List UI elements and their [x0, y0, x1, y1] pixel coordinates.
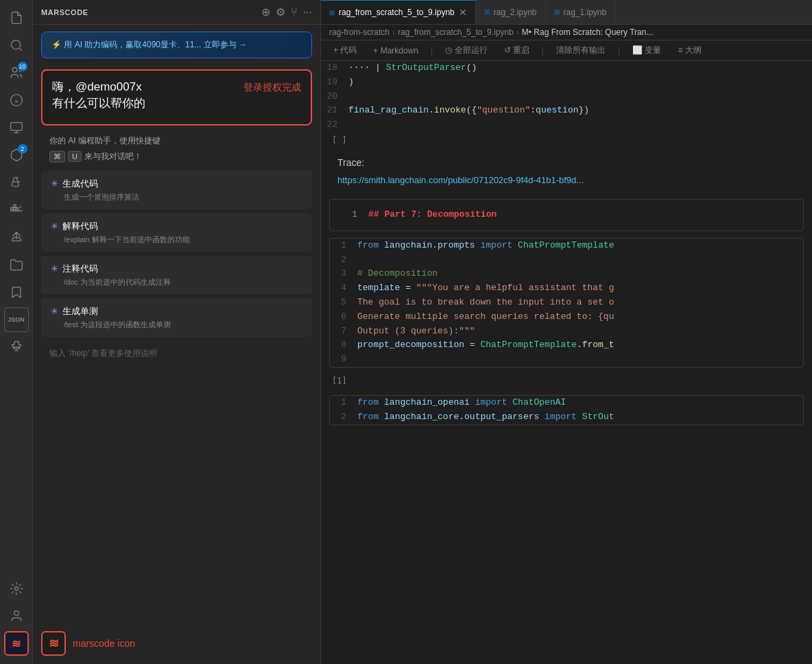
- tab-icon-0: ⊞: [329, 9, 335, 16]
- code-mid-2: 2: [330, 253, 803, 268]
- trace-label: Trace:: [321, 147, 812, 172]
- svg-point-14: [14, 611, 19, 616]
- ai-users-icon[interactable]: 10: [4, 60, 29, 85]
- part7-heading-line: 1 ## Part 7: Decomposition: [341, 208, 792, 222]
- folder-icon[interactable]: [4, 252, 29, 277]
- ai-badge: 10: [18, 62, 27, 71]
- sidebar-actions: ⊕ ⚙ ⑂ ···: [261, 5, 312, 19]
- tab-2[interactable]: ⊞ rag_1.ipynb: [546, 0, 616, 24]
- code-scroll[interactable]: 18 ···· | StrOutputParser() 19 ) 20 21 f…: [321, 61, 812, 664]
- ship-icon[interactable]: [4, 225, 29, 250]
- greeting-subtitle: 你的 AI 编程助手，使用快捷键: [33, 130, 320, 150]
- svg-point-13: [14, 587, 18, 591]
- outline-btn[interactable]: ≡ 大纲: [673, 43, 705, 58]
- code-bot-1: 1 from langchain_openai import ChatOpenA…: [330, 396, 803, 410]
- svg-line-1: [19, 48, 21, 51]
- run-all-btn[interactable]: ◷ 全部运行: [441, 43, 491, 58]
- feature-generate-code[interactable]: ✳ 生成代码 生成一个冒泡排序算法: [41, 171, 312, 209]
- code-bot-2: 2 from langchain_core.output_parsers imp…: [330, 410, 803, 425]
- file-icon[interactable]: [4, 5, 29, 30]
- tab-icon-2: ⊞: [554, 8, 560, 16]
- code-mid-4: 4 template = """You are a helpful assist…: [330, 281, 803, 296]
- feature-list: ✳ 生成代码 生成一个冒泡排序算法 ✳ 解释代码 /explain 解释一下当前…: [33, 168, 320, 340]
- marscode-bottom[interactable]: ≋ marscode icon: [33, 623, 320, 664]
- add-markdown-btn[interactable]: + Markdown: [369, 45, 422, 57]
- feature-title-0: ✳ 生成代码: [51, 178, 302, 190]
- share-icon[interactable]: ⑂: [291, 6, 298, 19]
- settings-icon[interactable]: ⚙: [276, 5, 285, 19]
- feature-title-1: ✳ 解释代码: [51, 220, 302, 233]
- flask-icon[interactable]: [4, 170, 29, 195]
- marscode-activity-icon[interactable]: ≋: [4, 631, 29, 656]
- svg-rect-9: [16, 208, 19, 210]
- user-icon[interactable]: [4, 604, 29, 628]
- feature-comment-code[interactable]: ✳ 注释代码 /doc 为当前选中的代码生成注释: [41, 256, 312, 294]
- help-text: 输入 '/help' 查看更多使用说明: [33, 340, 320, 368]
- breadcrumb-0[interactable]: rag-from-scratch: [329, 27, 390, 37]
- code-cell-mid: 1 from langchain.prompts import ChatProm…: [329, 238, 804, 368]
- code-mid-3: 3 # Decomposition: [330, 267, 803, 281]
- variables-btn[interactable]: ⬜ 变量: [628, 43, 665, 58]
- add-icon[interactable]: ⊕: [261, 5, 270, 19]
- feature-generate-test[interactable]: ✳ 生成单测 /test 为这段选中的函数生成单测: [41, 298, 312, 337]
- clear-output-btn[interactable]: 清除所有输出: [552, 43, 610, 58]
- activity-bar: 10 2 JSON ≋: [0, 0, 33, 664]
- editor-toolbar: + 代码 + Markdown | ◷ 全部运行 ↺ 重启 | 清除所有输出 |…: [321, 40, 812, 61]
- extensions-icon[interactable]: 2: [4, 143, 29, 167]
- search-icon[interactable]: [4, 33, 29, 58]
- feature-desc-3: /test 为这段选中的函数生成单测: [64, 320, 302, 330]
- trace-link[interactable]: https://smith.langchain.com/public/07120…: [337, 175, 584, 185]
- promo-banner[interactable]: ⚡ 用 AI 助力编码，赢取4090显卡、11... 立即参与 →: [41, 32, 312, 58]
- feature-desc-1: /explain 解释一下当前选中函数的功能: [64, 235, 302, 245]
- svg-point-0: [11, 40, 20, 49]
- sidebar-title: MARSCODE: [41, 8, 88, 16]
- tab-bar: ⊞ rag_from_scratch_5_to_9.ipynb ✕ ⊞ rag_…: [321, 0, 812, 25]
- feature-desc-0: 生成一个冒泡排序算法: [64, 192, 302, 202]
- restart-btn[interactable]: ↺ 重启: [500, 43, 534, 58]
- code-line-19: 19 ): [321, 75, 812, 90]
- bug2-icon[interactable]: [4, 335, 29, 359]
- breadcrumb: rag-from-scratch › rag_from_scratch_5_to…: [321, 25, 812, 40]
- trace-url[interactable]: https://smith.langchain.com/public/07120…: [321, 172, 812, 193]
- breadcrumb-2[interactable]: M• Rag From Scratch: Query Tran...: [522, 27, 654, 37]
- code-line-20: 20: [321, 90, 812, 104]
- promo-text: ⚡ 用 AI 助力编码，赢取4090显卡、11... 立即参与 →: [51, 39, 302, 51]
- breadcrumb-1[interactable]: rag_from_scratch_5_to_9.ipynb: [398, 27, 514, 37]
- code-mid-6: 6 Generate multiple search queries relat…: [330, 310, 803, 324]
- code-line-18: 18 ···· | StrOutputParser(): [321, 61, 812, 75]
- kbd-cmd: ⌘: [49, 151, 65, 163]
- more-icon[interactable]: ···: [303, 6, 312, 19]
- feature-explain-code[interactable]: ✳ 解释代码 /explain 解释一下当前选中函数的功能: [41, 213, 312, 252]
- docker-icon[interactable]: [4, 198, 29, 222]
- tab-close-0[interactable]: ✕: [459, 7, 467, 18]
- ext-badge: 2: [18, 144, 27, 154]
- sidebar-header: MARSCODE ⊕ ⚙ ⑂ ···: [33, 0, 320, 25]
- auth-badge: 登录授权完成: [243, 82, 301, 94]
- cell-output-top: [ ]: [321, 132, 812, 147]
- debug-icon[interactable]: [4, 88, 29, 112]
- json-icon[interactable]: JSON: [4, 307, 29, 332]
- svg-point-2: [12, 68, 17, 73]
- monitor-icon[interactable]: [4, 115, 29, 140]
- code-line-22: 22: [321, 118, 812, 132]
- code-mid-5: 5 The goal is to break down the input in…: [330, 296, 803, 310]
- code-line-21: 21 final_rag_chain.invoke({"question":qu…: [321, 104, 812, 118]
- svg-rect-8: [13, 208, 15, 210]
- code-mid-7: 7 Output (3 queries):""": [330, 324, 803, 339]
- bookmark-icon[interactable]: [4, 280, 29, 305]
- tab-label-0: rag_from_scratch_5_to_9.ipynb: [339, 8, 455, 17]
- svg-rect-10: [13, 205, 15, 207]
- svg-point-11: [13, 348, 14, 349]
- editor-main: ⊞ rag_from_scratch_5_to_9.ipynb ✕ ⊞ rag_…: [321, 0, 812, 664]
- marscode-label: marscode icon: [73, 638, 135, 649]
- code-mid-9: 9: [330, 353, 803, 367]
- tab-1[interactable]: ⊞ rag_2.ipynb: [476, 0, 546, 24]
- shortcut-text: 来与我对话吧！: [84, 151, 142, 163]
- feature-title-2: ✳ 注释代码: [51, 263, 302, 275]
- settings-icon[interactable]: [4, 576, 29, 601]
- tab-0[interactable]: ⊞ rag_from_scratch_5_to_9.ipynb ✕: [321, 0, 476, 24]
- feature-title-3: ✳ 生成单测: [51, 305, 302, 318]
- svg-rect-3: [10, 123, 22, 131]
- greeting-card: 嗨，@demo007x 有什么可以帮你的 登录授权完成: [41, 69, 312, 126]
- add-code-btn[interactable]: + 代码: [329, 43, 361, 58]
